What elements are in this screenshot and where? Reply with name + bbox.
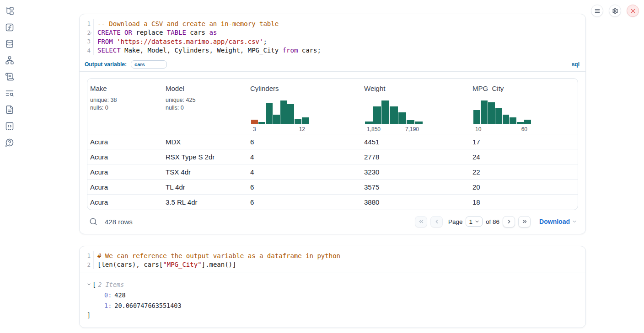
histogram-bar	[390, 106, 397, 124]
sql-code-editor[interactable]: 1-- Download a CSV and create an in-memo…	[80, 14, 585, 58]
data-table: Makeunique: 38nulls: 0Modelunique: 425nu…	[87, 78, 578, 210]
tree-close-bracket: ]	[86, 312, 578, 318]
table-cell: 3230	[361, 168, 470, 176]
table-cell: 18	[470, 198, 578, 206]
next-page-button[interactable]	[503, 216, 515, 227]
code-token: ].mean()]	[202, 261, 236, 268]
histogram-min-label: 10	[475, 126, 481, 132]
fold-chevron-icon[interactable]: ⌄	[90, 30, 92, 34]
file-explorer-tree-icon[interactable]	[5, 6, 14, 16]
first-page-button[interactable]	[415, 216, 427, 227]
histogram-bar	[295, 119, 301, 124]
line-number: 2	[80, 29, 91, 36]
scratchpad-scroll-icon[interactable]	[5, 72, 14, 81]
code-token: as	[209, 29, 217, 36]
dependency-graph-icon[interactable]	[5, 56, 14, 65]
page-select[interactable]: 1	[466, 217, 483, 227]
histogram-bar	[273, 115, 280, 124]
chevron-down-icon	[474, 219, 480, 224]
table-cell: MDX	[163, 138, 247, 146]
column-histogram: 1,8507,190	[365, 100, 423, 134]
histogram-bar	[488, 102, 495, 124]
page-label: Page	[448, 218, 463, 225]
table-cell: Acura	[87, 168, 163, 176]
code-text: [len(cars), cars["MPG_City"].mean()]	[94, 261, 236, 268]
row-count-label: 428 rows	[105, 218, 133, 226]
output-variable-input[interactable]	[131, 60, 167, 69]
column-name: Cylinders	[250, 85, 361, 92]
close-icon	[630, 8, 636, 14]
column-name: MPG_City	[472, 85, 578, 92]
chevron-down-icon	[572, 219, 577, 224]
histogram-bar	[407, 120, 414, 124]
table-row[interactable]: AcuraRSX Type S 2dr4277824	[87, 149, 578, 164]
close-button[interactable]	[627, 5, 639, 17]
line-number: 1	[80, 252, 91, 259]
page-total-label: of 86	[486, 218, 499, 225]
column-stat: unique: 425	[166, 96, 247, 104]
column-name: Weight	[364, 85, 470, 92]
sql-cell: 1-- Download a CSV and create an in-memo…	[79, 14, 586, 234]
table-row[interactable]: Acura3.5 RL 4dr6388018	[87, 195, 578, 210]
code-token: CREATE	[97, 29, 121, 36]
column-stat: unique: 38	[90, 96, 163, 104]
prev-page-button[interactable]	[430, 216, 443, 227]
gutter	[91, 251, 94, 260]
table-cell: 4	[247, 153, 361, 161]
code-token: ;	[263, 38, 267, 45]
table-cell: 24	[470, 153, 578, 161]
histogram-bar	[503, 115, 510, 124]
histogram-bar	[524, 120, 531, 124]
column-header-mpg_city[interactable]: MPG_City1060	[470, 85, 578, 134]
table-cell: 3880	[361, 198, 470, 206]
documentation-file-icon[interactable]	[5, 105, 14, 114]
line-number: 4	[80, 47, 91, 54]
download-button[interactable]: Download	[539, 218, 577, 225]
code-token: [len(cars), cars[	[97, 261, 163, 268]
histogram-bars	[365, 100, 423, 124]
table-cell: TSX 4dr	[163, 168, 247, 176]
logs-search-icon[interactable]	[5, 89, 14, 98]
column-header-make[interactable]: Makeunique: 38nulls: 0	[87, 85, 163, 134]
chevron-down-icon[interactable]	[86, 282, 92, 287]
table-row[interactable]: AcuraTL 4dr6357520	[87, 180, 578, 195]
code-line: 2⌄CREATE OR replace TABLE cars as	[80, 28, 585, 37]
histogram-bar	[266, 103, 273, 124]
settings-button[interactable]	[609, 5, 621, 17]
column-stats: unique: 425nulls: 0	[166, 96, 247, 111]
python-code-editor[interactable]: 1# We can reference the output variable …	[80, 246, 585, 273]
last-page-button[interactable]	[518, 216, 531, 227]
language-badge[interactable]: sql	[572, 61, 580, 68]
sql-output-area: Makeunique: 38nulls: 0Modelunique: 425nu…	[80, 72, 585, 234]
code-line: 1-- Download a CSV and create an in-memo…	[80, 19, 585, 28]
table-cell: Acura	[87, 138, 163, 146]
tree-entry: 0:428	[86, 291, 578, 299]
table-cell: Acura	[87, 198, 163, 206]
help-chat-icon[interactable]	[5, 138, 14, 147]
table-cell: 2778	[361, 153, 470, 161]
table-cell: 6	[247, 183, 361, 191]
tree-entries: 0:4281:20.060747663551403	[86, 291, 578, 309]
histogram-bar	[287, 104, 294, 124]
table-row[interactable]: AcuraMDX6445117	[87, 134, 578, 149]
code-token: FROM	[97, 38, 113, 45]
code-token: cars;	[298, 47, 321, 54]
datasources-database-icon[interactable]	[5, 39, 14, 48]
column-header-weight[interactable]: Weight1,8507,190	[361, 85, 470, 134]
column-header-model[interactable]: Modelunique: 425nulls: 0	[163, 85, 247, 134]
snippets-code-icon[interactable]	[5, 122, 14, 131]
line-number: 1	[80, 20, 91, 27]
table-cell: 6	[247, 138, 361, 146]
menu-button[interactable]	[591, 5, 603, 17]
table-row[interactable]: AcuraTSX 4dr4323022	[87, 164, 578, 180]
output-variable-label: Output variable:	[85, 61, 127, 68]
table-cell: 17	[470, 138, 578, 146]
variables-function-icon[interactable]	[5, 23, 14, 32]
search-icon[interactable]	[89, 217, 97, 226]
histogram-bar	[381, 100, 389, 124]
code-token: cars	[186, 29, 209, 36]
code-token: 'https://datasets.marimo.app/cars.csv'	[117, 38, 263, 45]
column-header-cylinders[interactable]: Cylinders312	[247, 85, 361, 134]
download-label: Download	[539, 218, 570, 225]
table-header: Makeunique: 38nulls: 0Modelunique: 425nu…	[87, 79, 578, 134]
